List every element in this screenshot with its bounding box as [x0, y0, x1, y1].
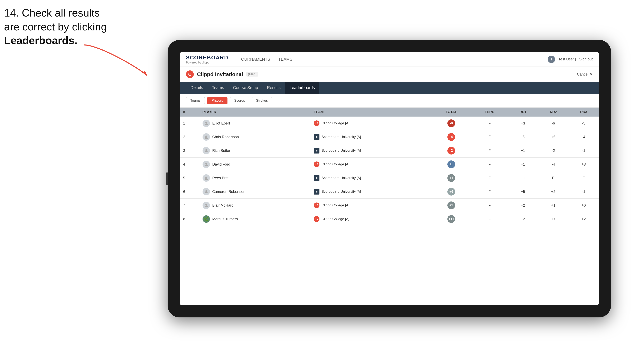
- team-icon: C: [314, 216, 320, 222]
- team-name: Scoreboard University [A]: [322, 190, 361, 194]
- table-row: 2Chris Robertson▦Scoreboard University […: [180, 130, 599, 144]
- signout-link[interactable]: Sign out: [579, 57, 593, 61]
- tab-course-setup[interactable]: Course Setup: [228, 82, 262, 94]
- nav-tournaments[interactable]: TOURNAMENTS: [239, 56, 270, 62]
- cell-team: ▦Scoreboard University [A]: [310, 171, 431, 185]
- cell-team: CClippd College [A]: [310, 199, 431, 212]
- cell-rank: 4: [180, 158, 199, 171]
- score-badge: +6: [448, 188, 455, 195]
- cell-rd2: E: [538, 171, 568, 185]
- cell-thru: F: [471, 199, 508, 212]
- player-avatar: 🌿: [202, 215, 210, 223]
- cell-rd1: +2: [508, 199, 538, 212]
- cancel-button[interactable]: Cancel ✕: [577, 72, 593, 77]
- team-name: Clippd College [A]: [322, 121, 349, 125]
- team-icon: C: [314, 202, 320, 208]
- cell-player: 🌿Marcus Turners: [199, 212, 311, 226]
- svg-point-6: [206, 190, 207, 192]
- cell-total: +6: [431, 185, 471, 199]
- cell-player: Elliot Ebert: [199, 117, 311, 130]
- cell-rank: 7: [180, 199, 199, 212]
- cell-rd2: -4: [538, 158, 568, 171]
- filter-players-button[interactable]: Players: [207, 97, 228, 104]
- player-name: Marcus Turners: [212, 217, 238, 221]
- team-icon: C: [314, 120, 320, 126]
- col-player: PLAYER: [199, 108, 311, 117]
- cell-team: ▦Scoreboard University [A]: [310, 185, 431, 199]
- col-rd2: RD2: [538, 108, 568, 117]
- cell-thru: F: [471, 117, 508, 130]
- player-name: Blair McHarg: [212, 203, 234, 208]
- player-avatar: [202, 161, 210, 168]
- cell-total: -4: [431, 130, 471, 144]
- col-thru: THRU: [471, 108, 508, 117]
- cell-rd2: +7: [538, 212, 568, 226]
- cell-thru: F: [471, 185, 508, 199]
- cell-rd3: +2: [568, 212, 599, 226]
- cell-player: Blair McHarg: [199, 199, 311, 212]
- player-avatar: [202, 188, 210, 195]
- player-avatar: [202, 202, 210, 209]
- team-icon: ▦: [314, 175, 320, 181]
- player-avatar: [202, 147, 210, 154]
- cell-rd3: -4: [568, 130, 599, 144]
- team-name: Clippd College [A]: [322, 162, 349, 166]
- cell-rd3: -1: [568, 144, 599, 158]
- filter-strokes-button[interactable]: Strokes: [252, 97, 272, 104]
- cell-player: Chris Robertson: [199, 130, 311, 144]
- col-rd3: RD3: [568, 108, 599, 117]
- team-icon: ▦: [314, 134, 320, 140]
- svg-point-4: [206, 163, 207, 165]
- instruction-text: 14. Check all results are correct by cli…: [4, 6, 107, 48]
- filter-teams-button[interactable]: Teams: [186, 97, 205, 104]
- cell-rank: 3: [180, 144, 199, 158]
- cell-rd3: +3: [568, 158, 599, 171]
- player-name: Rees Britt: [212, 176, 228, 180]
- svg-point-7: [206, 204, 207, 205]
- cell-rank: 2: [180, 130, 199, 144]
- cell-rd3: E: [568, 171, 599, 185]
- cell-team: CClippd College [A]: [310, 117, 431, 130]
- tournament-badge: (Men): [246, 72, 258, 77]
- tablet-screen: SCOREBOARD Powered by clippd TOURNAMENTS…: [180, 52, 599, 305]
- cell-rd1: +1: [508, 171, 538, 185]
- cell-player: Rees Britt: [199, 171, 311, 185]
- col-rd1: RD1: [508, 108, 538, 117]
- table-row: 5Rees Britt▦Scoreboard University [A]+1F…: [180, 171, 599, 185]
- cell-thru: F: [471, 130, 508, 144]
- team-name: Scoreboard University [A]: [322, 135, 361, 139]
- table-header-row: # PLAYER TEAM TOTAL THRU RD1 RD2 RD3: [180, 108, 599, 117]
- tournament-header: C Clippd Invitational (Men) Cancel ✕: [180, 67, 599, 82]
- cell-rd2: +2: [538, 185, 568, 199]
- cell-rd1: +5: [508, 185, 538, 199]
- score-badge: -2: [448, 147, 455, 155]
- cell-total: +11: [431, 212, 471, 226]
- player-name: David Ford: [212, 162, 230, 167]
- cell-rd3: -1: [568, 185, 599, 199]
- tab-results[interactable]: Results: [262, 82, 285, 94]
- table-row: 8🌿Marcus TurnersCClippd College [A]+11F+…: [180, 212, 599, 226]
- cell-rank: 8: [180, 212, 199, 226]
- tab-teams[interactable]: Teams: [208, 82, 228, 94]
- player-name: Rich Butler: [212, 149, 230, 153]
- team-icon: ▦: [314, 148, 320, 154]
- tab-leaderboards[interactable]: Leaderboards: [285, 82, 319, 94]
- cell-thru: F: [471, 212, 508, 226]
- tab-details[interactable]: Details: [186, 82, 208, 94]
- cell-total: E: [431, 158, 471, 171]
- cell-rd1: +1: [508, 144, 538, 158]
- svg-point-5: [206, 176, 207, 178]
- nav-teams[interactable]: TEAMS: [278, 56, 292, 62]
- player-avatar: [202, 174, 210, 182]
- cell-rd2: -2: [538, 144, 568, 158]
- cell-rank: 1: [180, 117, 199, 130]
- score-badge: +9: [448, 201, 455, 209]
- cell-rd2: +5: [538, 130, 568, 144]
- filter-scores-button[interactable]: Scores: [230, 97, 249, 104]
- team-icon: C: [314, 162, 320, 167]
- cell-team: CClippd College [A]: [310, 212, 431, 226]
- logo-text: SCOREBOARD: [186, 54, 228, 61]
- cell-team: CClippd College [A]: [310, 158, 431, 171]
- svg-point-2: [206, 136, 207, 137]
- tablet-frame: SCOREBOARD Powered by clippd TOURNAMENTS…: [168, 40, 611, 318]
